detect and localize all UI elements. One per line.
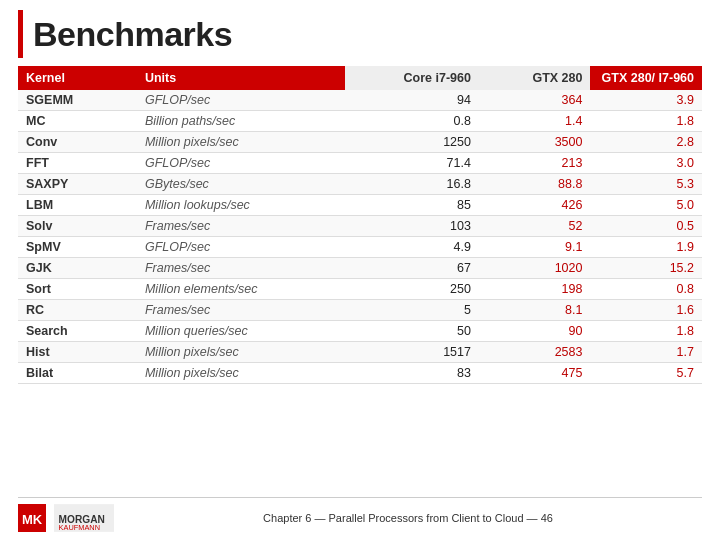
footer-logos: MK MORGAN KAUFMANN (18, 504, 114, 532)
table-row: RCFrames/sec58.11.6 (18, 300, 702, 321)
cell-kernel: Solv (18, 216, 137, 237)
cell-core-i7: 50 (345, 321, 479, 342)
cell-core-i7: 0.8 (345, 111, 479, 132)
cell-units: Frames/sec (137, 216, 345, 237)
header-units: Units (137, 66, 345, 90)
header-core-i7: Core i7-960 (345, 66, 479, 90)
cell-kernel: RC (18, 300, 137, 321)
cell-core-i7: 5 (345, 300, 479, 321)
cell-gtx280-i7: 0.8 (590, 279, 702, 300)
cell-core-i7: 250 (345, 279, 479, 300)
cell-core-i7: 83 (345, 363, 479, 384)
cell-units: Frames/sec (137, 300, 345, 321)
cell-gtx280: 1.4 (479, 111, 591, 132)
cell-core-i7: 1517 (345, 342, 479, 363)
cell-gtx280-i7: 1.9 (590, 237, 702, 258)
cell-core-i7: 4.9 (345, 237, 479, 258)
cell-kernel: GJK (18, 258, 137, 279)
cell-core-i7: 67 (345, 258, 479, 279)
cell-units: Frames/sec (137, 258, 345, 279)
cell-kernel: Conv (18, 132, 137, 153)
table-row: SAXPYGBytes/sec16.888.85.3 (18, 174, 702, 195)
cell-core-i7: 1250 (345, 132, 479, 153)
cell-gtx280-i7: 15.2 (590, 258, 702, 279)
cell-units: Billion paths/sec (137, 111, 345, 132)
cell-gtx280: 90 (479, 321, 591, 342)
cell-gtx280: 364 (479, 90, 591, 111)
table-body: SGEMMGFLOP/sec943643.9MCBillion paths/se… (18, 90, 702, 384)
cell-kernel: Hist (18, 342, 137, 363)
cell-kernel: SpMV (18, 237, 137, 258)
table-row: HistMillion pixels/sec151725831.7 (18, 342, 702, 363)
table-row: LBMMillion lookups/sec854265.0 (18, 195, 702, 216)
table-row: ConvMillion pixels/sec125035002.8 (18, 132, 702, 153)
title-bar: Benchmarks (18, 10, 702, 58)
cell-core-i7: 16.8 (345, 174, 479, 195)
benchmark-table-wrapper: Kernel Units Core i7-960 GTX 280 GTX 280… (18, 66, 702, 493)
cell-units: Million lookups/sec (137, 195, 345, 216)
cell-gtx280-i7: 1.6 (590, 300, 702, 321)
table-row: BilatMillion pixels/sec834755.7 (18, 363, 702, 384)
mk-small-logo-icon: MK (18, 504, 46, 532)
cell-gtx280-i7: 0.5 (590, 216, 702, 237)
cell-gtx280: 9.1 (479, 237, 591, 258)
cell-core-i7: 103 (345, 216, 479, 237)
cell-core-i7: 85 (345, 195, 479, 216)
cell-gtx280-i7: 1.8 (590, 321, 702, 342)
cell-kernel: SGEMM (18, 90, 137, 111)
cell-gtx280: 198 (479, 279, 591, 300)
cell-gtx280-i7: 5.0 (590, 195, 702, 216)
table-row: SearchMillion queries/sec50901.8 (18, 321, 702, 342)
table-row: GJKFrames/sec67102015.2 (18, 258, 702, 279)
cell-gtx280: 426 (479, 195, 591, 216)
cell-gtx280-i7: 1.7 (590, 342, 702, 363)
table-row: SolvFrames/sec103520.5 (18, 216, 702, 237)
cell-core-i7: 94 (345, 90, 479, 111)
svg-text:KAUFMANN: KAUFMANN (59, 523, 100, 532)
cell-gtx280-i7: 5.3 (590, 174, 702, 195)
page: Benchmarks Kernel Units Core i7-960 GTX … (0, 0, 720, 540)
header-gtx280: GTX 280 (479, 66, 591, 90)
cell-gtx280: 3500 (479, 132, 591, 153)
table-row: FFTGFLOP/sec71.42133.0 (18, 153, 702, 174)
cell-units: Million pixels/sec (137, 132, 345, 153)
cell-gtx280-i7: 3.9 (590, 90, 702, 111)
mk-full-logo: MORGAN KAUFMANN (54, 504, 114, 532)
cell-kernel: LBM (18, 195, 137, 216)
cell-gtx280: 2583 (479, 342, 591, 363)
cell-gtx280-i7: 3.0 (590, 153, 702, 174)
cell-gtx280-i7: 1.8 (590, 111, 702, 132)
cell-units: GFLOP/sec (137, 153, 345, 174)
cell-kernel: Search (18, 321, 137, 342)
cell-units: Million queries/sec (137, 321, 345, 342)
header-gtx280-i7: GTX 280/ I7-960 (590, 66, 702, 90)
cell-kernel: SAXPY (18, 174, 137, 195)
cell-kernel: Sort (18, 279, 137, 300)
cell-gtx280: 8.1 (479, 300, 591, 321)
cell-kernel: Bilat (18, 363, 137, 384)
cell-units: Million pixels/sec (137, 342, 345, 363)
svg-text:MK: MK (22, 512, 43, 527)
cell-gtx280: 52 (479, 216, 591, 237)
table-row: SpMVGFLOP/sec4.99.11.9 (18, 237, 702, 258)
title-accent (18, 10, 23, 58)
cell-units: Million elements/sec (137, 279, 345, 300)
cell-units: GBytes/sec (137, 174, 345, 195)
table-row: MCBillion paths/sec0.81.41.8 (18, 111, 702, 132)
cell-gtx280: 475 (479, 363, 591, 384)
cell-kernel: FFT (18, 153, 137, 174)
cell-gtx280: 213 (479, 153, 591, 174)
footer-caption: Chapter 6 — Parallel Processors from Cli… (114, 512, 702, 524)
cell-gtx280-i7: 2.8 (590, 132, 702, 153)
mk-full-logo-icon: MORGAN KAUFMANN (54, 504, 114, 532)
table-row: SortMillion elements/sec2501980.8 (18, 279, 702, 300)
cell-units: GFLOP/sec (137, 90, 345, 111)
cell-units: GFLOP/sec (137, 237, 345, 258)
benchmark-table: Kernel Units Core i7-960 GTX 280 GTX 280… (18, 66, 702, 384)
page-title: Benchmarks (33, 15, 232, 54)
cell-gtx280-i7: 5.7 (590, 363, 702, 384)
header-kernel: Kernel (18, 66, 137, 90)
cell-units: Million pixels/sec (137, 363, 345, 384)
cell-gtx280: 88.8 (479, 174, 591, 195)
cell-kernel: MC (18, 111, 137, 132)
